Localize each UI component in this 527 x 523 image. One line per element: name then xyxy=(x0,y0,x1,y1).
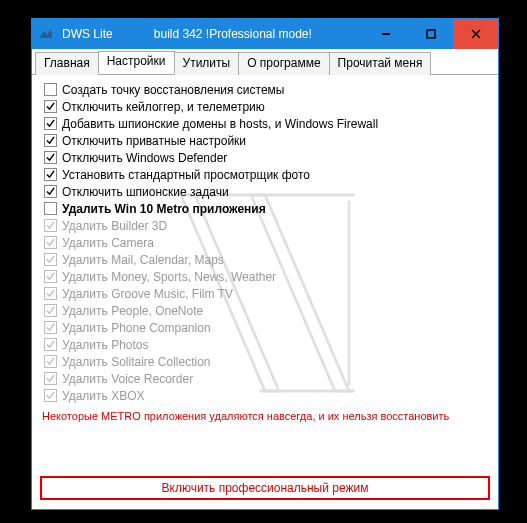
window-title: DWS Lite xyxy=(60,27,113,41)
option-label-1: Отключить кейлоггер, и телеметрию xyxy=(62,100,265,114)
checkbox-5[interactable] xyxy=(44,168,57,181)
option-label-18: Удалить XBOX xyxy=(62,389,145,403)
pro-button-label: Включить профессиональный режим xyxy=(162,481,369,495)
option-row-12: Удалить Groove Music, Film TV xyxy=(40,285,490,302)
option-row-9: Удалить Camera xyxy=(40,234,490,251)
option-label-13: Удалить People, OneNote xyxy=(62,304,203,318)
option-label-7: Удалить Win 10 Metro приложения xyxy=(62,202,266,216)
checkbox-18 xyxy=(44,389,57,402)
option-row-11: Удалить Money, Sports, News, Weather xyxy=(40,268,490,285)
checkbox-7[interactable] xyxy=(44,202,57,215)
option-label-0: Создать точку восстановления системы xyxy=(62,83,284,97)
option-label-3: Отключить приватные настройки xyxy=(62,134,246,148)
option-label-2: Добавить шпионские домены в hosts, и Win… xyxy=(62,117,378,131)
checkbox-10 xyxy=(44,253,57,266)
maximize-button[interactable] xyxy=(408,19,453,49)
checkbox-6[interactable] xyxy=(44,185,57,198)
tab-4[interactable]: Прочитай меня xyxy=(329,52,432,75)
app-icon xyxy=(32,26,60,42)
option-row-13: Удалить People, OneNote xyxy=(40,302,490,319)
checkbox-8 xyxy=(44,219,57,232)
option-label-17: Удалить Voice Recorder xyxy=(62,372,193,386)
checkbox-15 xyxy=(44,338,57,351)
app-window: DWS Lite build 342 !Professional mode! Г… xyxy=(31,18,499,510)
option-row-10: Удалить Mail, Calendar, Maps xyxy=(40,251,490,268)
checkbox-12 xyxy=(44,287,57,300)
option-row-2: Добавить шпионские домены в hosts, и Win… xyxy=(40,115,490,132)
option-label-8: Удалить Builder 3D xyxy=(62,219,167,233)
checkbox-16 xyxy=(44,355,57,368)
svg-rect-0 xyxy=(382,33,390,35)
option-row-5: Установить стандартный просмотрщик фото xyxy=(40,166,490,183)
options-list: Создать точку восстановления системыОткл… xyxy=(40,81,490,404)
tab-2[interactable]: Утилиты xyxy=(174,52,240,75)
svg-rect-1 xyxy=(427,30,435,38)
checkbox-13 xyxy=(44,304,57,317)
tab-3[interactable]: О программе xyxy=(238,52,329,75)
checkbox-1[interactable] xyxy=(44,100,57,113)
warning-text: Некоторые METRO приложения удаляются нав… xyxy=(40,410,490,422)
checkbox-14 xyxy=(44,321,57,334)
option-label-16: Удалить Solitaire Collection xyxy=(62,355,211,369)
checkbox-9 xyxy=(44,236,57,249)
checkbox-3[interactable] xyxy=(44,134,57,147)
option-row-0: Создать точку восстановления системы xyxy=(40,81,490,98)
option-label-6: Отключить шпионские задачи xyxy=(62,185,229,199)
checkbox-2[interactable] xyxy=(44,117,57,130)
option-label-15: Удалить Photos xyxy=(62,338,149,352)
tab-1[interactable]: Настройки xyxy=(98,51,175,74)
option-row-8: Удалить Builder 3D xyxy=(40,217,490,234)
checkbox-11 xyxy=(44,270,57,283)
option-label-4: Отключить Windows Defender xyxy=(62,151,227,165)
window-subtitle: build 342 !Professional mode! xyxy=(113,27,363,41)
minimize-button[interactable] xyxy=(363,19,408,49)
option-label-10: Удалить Mail, Calendar, Maps xyxy=(62,253,224,267)
option-row-4: Отключить Windows Defender xyxy=(40,149,490,166)
option-row-16: Удалить Solitaire Collection xyxy=(40,353,490,370)
option-row-3: Отключить приватные настройки xyxy=(40,132,490,149)
titlebar: DWS Lite build 342 !Professional mode! xyxy=(32,19,498,49)
tab-0[interactable]: Главная xyxy=(35,52,99,75)
close-button[interactable] xyxy=(453,19,498,49)
option-row-6: Отключить шпионские задачи xyxy=(40,183,490,200)
checkbox-17 xyxy=(44,372,57,385)
tab-content-settings: Создать точку восстановления системыОткл… xyxy=(32,75,498,510)
option-label-11: Удалить Money, Sports, News, Weather xyxy=(62,270,276,284)
checkbox-4[interactable] xyxy=(44,151,57,164)
option-row-14: Удалить Phone Companion xyxy=(40,319,490,336)
checkbox-0[interactable] xyxy=(44,83,57,96)
option-label-9: Удалить Camera xyxy=(62,236,154,250)
option-row-1: Отключить кейлоггер, и телеметрию xyxy=(40,98,490,115)
option-row-7: Удалить Win 10 Metro приложения xyxy=(40,200,490,217)
option-label-12: Удалить Groove Music, Film TV xyxy=(62,287,233,301)
option-row-15: Удалить Photos xyxy=(40,336,490,353)
option-row-18: Удалить XBOX xyxy=(40,387,490,404)
enable-professional-mode-button[interactable]: Включить профессиональный режим xyxy=(40,476,490,500)
tab-bar: ГлавнаяНастройкиУтилитыО программеПрочит… xyxy=(32,49,498,75)
option-label-5: Установить стандартный просмотрщик фото xyxy=(62,168,310,182)
option-row-17: Удалить Voice Recorder xyxy=(40,370,490,387)
option-label-14: Удалить Phone Companion xyxy=(62,321,211,335)
